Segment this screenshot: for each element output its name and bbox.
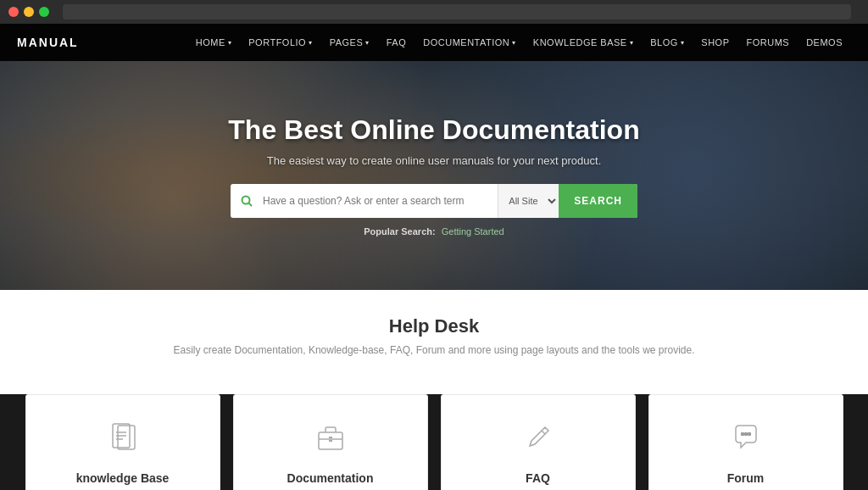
nav-link-pages[interactable]: PAGES ▾ <box>321 37 378 47</box>
chevron-down-icon: ▾ <box>512 39 516 47</box>
card-documentation-title: Documentation <box>251 471 410 485</box>
navbar: MANUAL HOME ▾ PORTFOLIO ▾ PAGES ▾ <box>0 24 868 61</box>
nav-item-forums[interactable]: FORUMS <box>737 37 798 47</box>
helpdesk-subtitle: Easily create Documentation, Knowledge-b… <box>17 344 851 356</box>
pencil-icon <box>517 416 559 459</box>
close-button[interactable] <box>8 7 19 17</box>
card-faq-title: FAQ <box>459 471 618 485</box>
svg-point-0 <box>242 197 250 204</box>
svg-line-1 <box>249 203 253 207</box>
chevron-down-icon: ▾ <box>681 39 685 47</box>
address-bar[interactable] <box>63 4 851 19</box>
card-knowledge-base: knowledge Base Proin dictum lobortis jus… <box>25 394 220 490</box>
document-icon <box>102 416 144 459</box>
site: MANUAL HOME ▾ PORTFOLIO ▾ PAGES ▾ <box>0 24 868 490</box>
nav-link-faq[interactable]: FAQ <box>378 37 415 47</box>
nav-item-knowledge-base[interactable]: KNOWLEDGE BASE ▾ <box>525 37 642 47</box>
nav-item-portfolio[interactable]: PORTFOLIO ▾ <box>240 37 320 47</box>
popular-search-label: Popular Search: <box>364 226 435 237</box>
search-input[interactable] <box>263 195 498 207</box>
search-button[interactable]: SEARCH <box>559 184 637 218</box>
chevron-down-icon: ▾ <box>630 39 634 47</box>
window-chrome <box>0 0 868 24</box>
popular-search-link[interactable]: Getting Started <box>442 226 504 237</box>
nav-item-shop[interactable]: SHOP <box>693 37 737 47</box>
popular-search: Popular Search: Getting Started <box>228 226 639 237</box>
nav-item-demos[interactable]: DEMOS <box>798 37 851 47</box>
nav-link-home[interactable]: HOME ▾ <box>187 37 241 47</box>
search-dropdown[interactable]: All Site <box>498 184 559 218</box>
helpdesk-title: Help Desk <box>17 315 851 337</box>
maximize-button[interactable] <box>39 7 49 17</box>
search-icon <box>231 195 263 207</box>
nav-link-portfolio[interactable]: PORTFOLIO ▾ <box>240 37 320 47</box>
card-knowledge-base-title: knowledge Base <box>43 471 203 485</box>
hero-title: The Best Online Documentation <box>228 114 639 146</box>
nav-link-documentation[interactable]: DOCUMENTATION ▾ <box>415 37 525 47</box>
nav-link-knowledge-base[interactable]: KNOWLEDGE BASE ▾ <box>525 37 642 47</box>
nav-link-shop[interactable]: SHOP <box>693 37 737 47</box>
card-faq: FAQ Proin dictum lobortis justo at preti… <box>441 394 636 490</box>
nav-item-documentation[interactable]: DOCUMENTATION ▾ <box>415 37 525 47</box>
svg-point-14 <box>748 433 750 436</box>
svg-line-11 <box>542 431 545 434</box>
nav-link-demos[interactable]: DEMOS <box>798 37 851 47</box>
helpdesk-section: Help Desk Easily create Documentation, K… <box>0 290 868 394</box>
nav-item-blog[interactable]: BLOG ▾ <box>642 37 693 47</box>
nav-item-home[interactable]: HOME ▾ <box>187 37 241 47</box>
hero-subtitle: The easiest way to create online user ma… <box>228 154 639 167</box>
chevron-down-icon: ▾ <box>309 39 313 47</box>
card-forum-title: Forum <box>666 471 826 485</box>
hero-section: The Best Online Documentation The easies… <box>0 61 868 290</box>
svg-point-13 <box>744 433 747 436</box>
hero-content: The Best Online Documentation The easies… <box>228 114 639 237</box>
nav-menu: HOME ▾ PORTFOLIO ▾ PAGES ▾ FAQ <box>187 37 851 47</box>
chat-icon <box>725 416 767 459</box>
svg-rect-3 <box>118 426 135 449</box>
nav-item-faq[interactable]: FAQ <box>378 37 415 47</box>
cards-section: knowledge Base Proin dictum lobortis jus… <box>0 394 868 490</box>
svg-point-12 <box>741 433 743 436</box>
nav-item-pages[interactable]: PAGES ▾ <box>321 37 378 47</box>
card-documentation: Documentation Proin dictum lobortis just… <box>233 394 428 490</box>
nav-link-forums[interactable]: FORUMS <box>737 37 798 47</box>
minimize-button[interactable] <box>24 7 34 17</box>
chevron-down-icon: ▾ <box>228 39 232 47</box>
briefcase-icon <box>309 416 352 459</box>
nav-link-blog[interactable]: BLOG ▾ <box>642 37 693 47</box>
card-forum: Forum Proin dictum lobortis justo at pre… <box>648 394 843 490</box>
chevron-down-icon: ▾ <box>365 39 370 47</box>
site-logo[interactable]: MANUAL <box>17 36 79 49</box>
search-bar: All Site SEARCH <box>231 184 637 218</box>
